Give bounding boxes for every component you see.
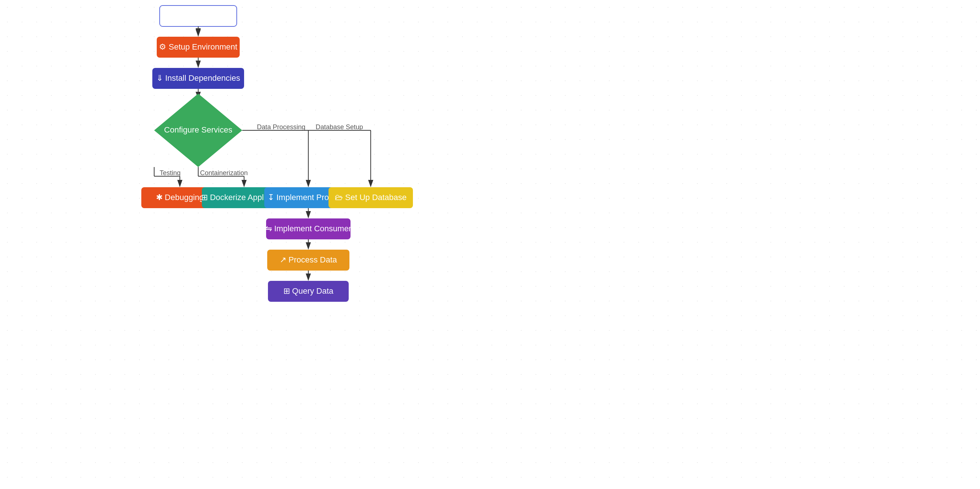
node-implement-consumer-label: ⇋ Implement Consumer bbox=[266, 224, 351, 233]
node-setup-env-label: ⚙ Setup Environment bbox=[159, 42, 237, 51]
label-database-setup: Database Setup bbox=[316, 123, 363, 131]
label-testing: Testing bbox=[160, 169, 181, 177]
node-configure-services-label: Configure Services bbox=[164, 125, 232, 134]
label-data-processing: Data Processing bbox=[257, 123, 305, 131]
node-setup-database-label: 🗁 Set Up Database bbox=[335, 193, 407, 202]
node-install-deps-label: ⇓ Install Dependencies bbox=[156, 73, 240, 83]
label-containerization: Containerization bbox=[200, 169, 248, 177]
node-debugging-label: ✱ Debugging bbox=[156, 193, 204, 202]
svg-rect-2 bbox=[0, 0, 980, 489]
node-overview-label: ◯ Overview bbox=[176, 11, 221, 21]
node-query-data-label: ⊞ Query Data bbox=[283, 286, 334, 296]
flowchart-container: ◯ Overview ⚙ Setup Environment ⇓ Install… bbox=[0, 0, 980, 489]
node-process-data-label: ↗ Process Data bbox=[280, 255, 337, 264]
